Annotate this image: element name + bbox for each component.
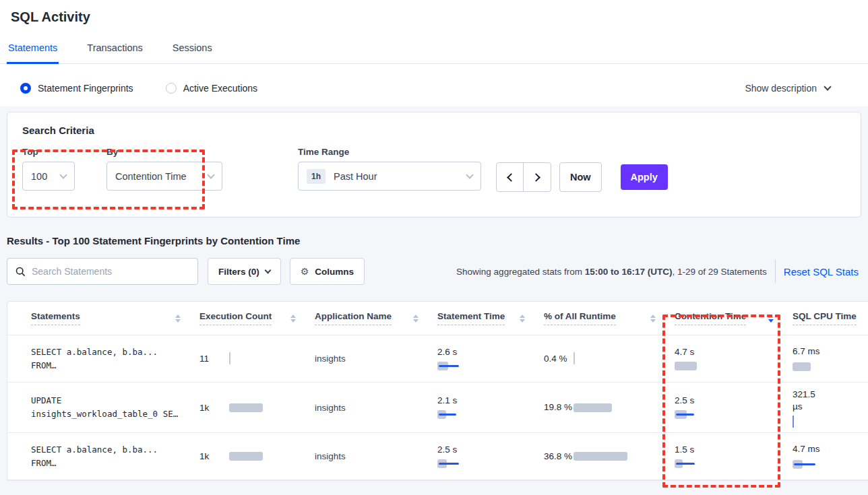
contention-time-cell: 4.7 s bbox=[675, 347, 793, 371]
col-header-execution-count[interactable]: Execution Count bbox=[199, 311, 315, 325]
col-header-statements[interactable]: Statements bbox=[31, 311, 199, 325]
execution-count-value: 1k bbox=[199, 451, 229, 461]
search-criteria-controls: Top 100 By Contention Time Time Range bbox=[22, 147, 846, 192]
sort-icon[interactable] bbox=[175, 315, 181, 323]
view-toggle-strip: Statement Fingerprints Active Executions… bbox=[0, 69, 868, 106]
application-name-cell: insights bbox=[315, 354, 437, 364]
columns-button[interactable]: ⚙ Columns bbox=[290, 258, 365, 285]
pct-runtime-bar bbox=[574, 403, 641, 413]
statement-time-cell: 2.5 s bbox=[437, 444, 544, 469]
col-header-contention-time[interactable]: Contention Time bbox=[675, 311, 793, 325]
by-select[interactable]: Contention Time bbox=[106, 162, 222, 191]
prev-time-button[interactable] bbox=[497, 163, 524, 191]
filters-label: Filters (0) bbox=[218, 267, 259, 277]
contention-time-value: 4.7 s bbox=[675, 347, 793, 357]
tab-transactions[interactable]: Transactions bbox=[86, 42, 144, 63]
statement-time-bar bbox=[437, 459, 505, 469]
table-header-row: Statements Execution Count Application N… bbox=[7, 302, 868, 335]
radio-statement-fingerprints[interactable]: Statement Fingerprints bbox=[20, 83, 133, 94]
sort-icon[interactable] bbox=[413, 315, 418, 323]
statement-line1: SELECT a.balance, b.ba... bbox=[31, 443, 199, 457]
chevron-down-icon bbox=[466, 171, 473, 178]
table-row: SELECT a.balance, b.ba... FROM… 1k insig… bbox=[7, 433, 868, 480]
contention-time-cell: 1.5 s bbox=[675, 444, 793, 469]
sql-cpu-time-value: 6.7 ms bbox=[793, 345, 826, 358]
pct-runtime-value: 19.8 % bbox=[544, 401, 574, 414]
col-label: Application Name bbox=[315, 311, 392, 325]
col-label: Contention Time bbox=[675, 311, 746, 325]
statement-line1: UPDATE bbox=[31, 394, 199, 407]
page-body: Statement Fingerprints Active Executions… bbox=[0, 69, 868, 495]
chevron-down-icon bbox=[824, 83, 831, 90]
tab-statements[interactable]: Statements bbox=[7, 42, 59, 64]
statement-time-bar bbox=[437, 361, 505, 371]
pct-runtime-bar bbox=[574, 354, 641, 364]
application-name-cell: insights bbox=[315, 451, 437, 461]
statement-link[interactable]: SELECT a.balance, b.ba... FROM… bbox=[31, 345, 199, 372]
col-header-sql-cpu-time[interactable]: SQL CPU Time bbox=[793, 311, 868, 325]
show-description-label: Show description bbox=[745, 83, 817, 94]
time-range-select[interactable]: 1h Past Hour bbox=[298, 162, 481, 191]
statement-link[interactable]: UPDATE insights_workload_table_0 SE… bbox=[31, 394, 199, 421]
sql-cpu-time-cell: 4.7 ms bbox=[793, 443, 868, 469]
radio-label: Statement Fingerprints bbox=[38, 83, 133, 94]
sort-desc-icon[interactable] bbox=[768, 315, 774, 323]
statement-line2: insights_workload_table_0 SE… bbox=[31, 407, 199, 421]
execution-count-bar bbox=[229, 451, 297, 461]
time-pager bbox=[496, 162, 551, 192]
now-button[interactable]: Now bbox=[559, 162, 602, 192]
col-header-application-name[interactable]: Application Name bbox=[315, 311, 437, 325]
statement-time-cell: 2.6 s bbox=[437, 347, 544, 371]
execution-count-value: 1k bbox=[199, 403, 229, 413]
chevron-down-icon bbox=[59, 171, 67, 178]
col-label: % of All Runtime bbox=[544, 311, 616, 325]
search-statements-input[interactable] bbox=[32, 266, 180, 277]
results-toolbar: Filters (0) ⚙ Columns Showing aggregated… bbox=[7, 258, 861, 285]
stats-suffix: , 1-29 of 29 Statements bbox=[672, 267, 766, 277]
apply-button[interactable]: Apply bbox=[621, 164, 668, 190]
sql-cpu-time-value: 4.7 ms bbox=[793, 443, 826, 455]
time-range-field: Time Range 1h Past Hour bbox=[298, 147, 481, 192]
execution-count-bar bbox=[229, 354, 297, 364]
by-label: By bbox=[106, 147, 222, 157]
sort-icon[interactable] bbox=[520, 315, 525, 323]
col-header-pct-all-runtime[interactable]: % of All Runtime bbox=[544, 311, 675, 325]
search-criteria-heading: Search Criteria bbox=[22, 125, 846, 136]
tab-bar: Statements Transactions Sessions bbox=[0, 42, 868, 64]
sort-icon[interactable] bbox=[290, 315, 296, 323]
col-label: Execution Count bbox=[199, 311, 272, 325]
col-header-statement-time[interactable]: Statement Time bbox=[437, 311, 544, 325]
sql-cpu-time-bar bbox=[793, 459, 860, 469]
contention-time-value: 1.5 s bbox=[675, 444, 793, 455]
contention-time-bar bbox=[675, 361, 742, 371]
top-select-value: 100 bbox=[31, 171, 47, 182]
execution-count-value: 11 bbox=[199, 354, 229, 364]
show-description-toggle[interactable]: Show description bbox=[745, 83, 848, 94]
top-select[interactable]: 100 bbox=[22, 162, 75, 191]
aggregated-stats-text: Showing aggregated stats from 15:00 to 1… bbox=[456, 267, 767, 277]
time-range-value: Past Hour bbox=[334, 171, 377, 182]
next-time-button[interactable] bbox=[524, 163, 551, 191]
gear-icon: ⚙ bbox=[301, 266, 309, 277]
table-row: SELECT a.balance, b.ba... FROM… 11 insig… bbox=[7, 335, 868, 383]
statement-link[interactable]: SELECT a.balance, b.ba... FROM… bbox=[31, 443, 199, 470]
columns-label: Columns bbox=[315, 267, 354, 277]
stats-prefix: Showing aggregated stats from bbox=[456, 267, 585, 277]
search-criteria-card: Search Criteria Top 100 By Contention Ti… bbox=[7, 112, 861, 218]
chevron-down-icon bbox=[264, 267, 271, 274]
statement-time-cell: 2.1 s bbox=[437, 395, 544, 420]
tab-sessions[interactable]: Sessions bbox=[171, 42, 214, 63]
contention-time-cell: 2.5 s bbox=[675, 395, 793, 420]
filters-button[interactable]: Filters (0) bbox=[208, 258, 281, 285]
pct-runtime-bar bbox=[574, 451, 641, 461]
sort-icon[interactable] bbox=[650, 315, 656, 323]
radio-active-executions[interactable]: Active Executions bbox=[166, 83, 258, 94]
pct-runtime-value: 0.4 % bbox=[544, 353, 574, 365]
statement-time-bar bbox=[437, 409, 505, 420]
radio-label: Active Executions bbox=[183, 83, 258, 94]
app-header: SQL Activity bbox=[0, 0, 868, 25]
reset-sql-stats-link[interactable]: Reset SQL Stats bbox=[784, 266, 861, 277]
radio-selected-icon bbox=[20, 83, 31, 94]
contention-time-value: 2.5 s bbox=[675, 395, 793, 405]
execution-count-cell: 1k bbox=[199, 451, 315, 461]
